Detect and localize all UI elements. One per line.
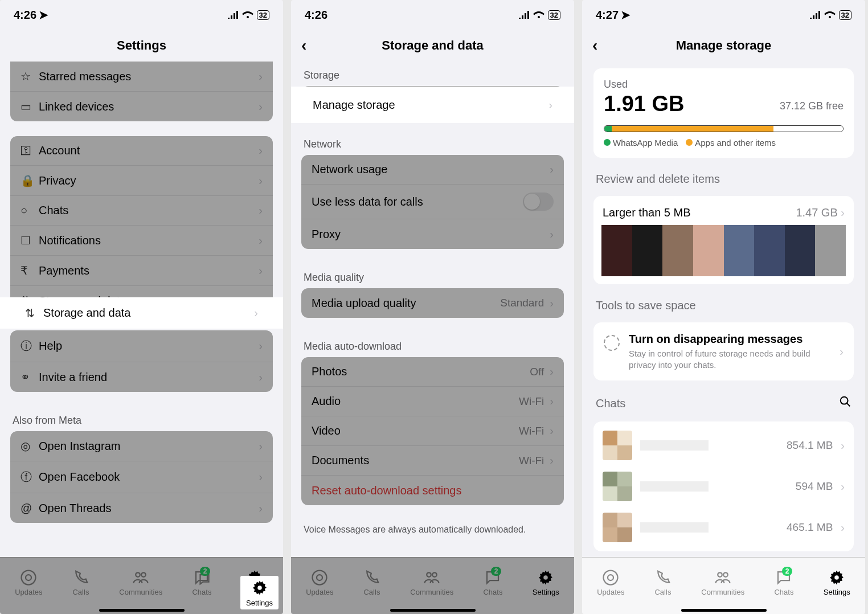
disappearing-messages-card[interactable]: Turn on disappearing messages Stay in co… [593, 322, 854, 380]
row-open-threads[interactable]: @Open Threads› [10, 493, 273, 523]
row-media-upload-quality[interactable]: Media upload qualityStandard› [301, 288, 564, 318]
chat-row[interactable]: 465.1 MB › [601, 507, 846, 548]
home-indicator [99, 609, 185, 612]
free-label: 37.12 GB free [780, 100, 844, 112]
row-proxy[interactable]: Proxy› [301, 219, 564, 249]
chevron-icon: › [259, 100, 263, 113]
chevron-icon: › [550, 365, 554, 378]
row-starred[interactable]: ☆Starred messages› [10, 62, 273, 92]
row-notifications[interactable]: ☐Notifications› [10, 226, 273, 256]
tab-settings[interactable]: Settings [824, 569, 850, 596]
row-network-usage[interactable]: Network usage› [301, 155, 564, 185]
row-linked-devices[interactable]: ▭Linked devices› [10, 92, 273, 121]
chevron-icon: › [550, 424, 554, 437]
chat-name-redacted [640, 440, 709, 451]
tab-calls[interactable]: Calls [363, 569, 380, 596]
section-also-from-meta: Also from Meta [0, 407, 283, 431]
row-account[interactable]: ⚿Account› [10, 136, 273, 166]
updates-icon [20, 569, 37, 586]
row-video[interactable]: VideoWi-Fi› [301, 416, 564, 446]
home-indicator [681, 609, 767, 612]
tab-chats[interactable]: 2Chats [774, 569, 793, 596]
chevron-icon: › [259, 264, 263, 277]
highlight-tab-settings[interactable]: Settings [240, 576, 279, 609]
storage-summary-card: Used 1.91 GB 37.12 GB free WhatsApp Medi… [593, 68, 854, 158]
row-invite[interactable]: ⚭Invite a friend› [10, 362, 273, 392]
tab-updates[interactable]: Updates [15, 569, 42, 596]
svg-point-13 [608, 575, 613, 580]
chevron-icon: › [550, 454, 554, 467]
tab-settings[interactable]: Settings [533, 569, 559, 596]
disappearing-subtitle: Stay in control of future storage needs … [629, 348, 830, 370]
updates-icon [311, 569, 328, 586]
tab-updates[interactable]: Updates [597, 569, 624, 596]
svg-point-6 [313, 570, 327, 584]
tab-communities[interactable]: Communities [701, 569, 744, 596]
chevron-icon: › [259, 144, 263, 157]
signal-icon [227, 11, 239, 19]
laptop-icon: ▭ [21, 100, 39, 113]
wifi-icon [533, 11, 544, 19]
svg-point-11 [841, 397, 848, 404]
legend: WhatsApp Media Apps and other items [604, 138, 844, 148]
tab-chats[interactable]: 2Chats [192, 569, 211, 596]
section-storage: Storage [291, 62, 574, 86]
back-button[interactable]: ‹ [301, 36, 306, 55]
instagram-icon: ◎ [21, 439, 39, 453]
chat-icon: ○ [21, 204, 39, 217]
phone-icon [363, 569, 380, 586]
chevron-icon: › [259, 440, 263, 453]
highlight-manage-storage[interactable]: Manage storage › [291, 87, 574, 123]
search-button[interactable] [839, 395, 851, 411]
row-payments[interactable]: ₹Payments› [10, 256, 273, 286]
chat-row[interactable]: 854.1 MB › [601, 425, 846, 466]
tab-communities[interactable]: Communities [119, 569, 162, 596]
svg-point-9 [432, 572, 437, 577]
row-help[interactable]: ⓘHelp› [10, 330, 273, 362]
page-title: ‹ Manage storage [582, 30, 865, 62]
chevron-icon: › [841, 206, 845, 219]
location-icon: ➤ [621, 8, 630, 22]
chevron-icon: › [259, 339, 263, 353]
tab-chats[interactable]: 2Chats [483, 569, 502, 596]
facebook-icon: ⓕ [21, 469, 39, 485]
battery-icon: 32 [257, 10, 269, 20]
chevron-icon: › [254, 306, 258, 320]
bar-free [773, 126, 843, 132]
row-audio[interactable]: AudioWi-Fi› [301, 387, 564, 416]
tab-updates[interactable]: Updates [306, 569, 333, 596]
svg-point-5 [257, 586, 262, 590]
page-title: ‹ Storage and data [291, 30, 574, 62]
row-use-less-data[interactable]: Use less data for calls [301, 185, 564, 219]
gear-icon [828, 569, 845, 586]
chevron-icon: › [548, 99, 552, 112]
row-privacy[interactable]: 🔒Privacy› [10, 166, 273, 196]
row-reset-auto-download[interactable]: Reset auto-download settings [301, 476, 564, 505]
chat-name-redacted [640, 522, 709, 533]
wifi-icon [242, 11, 253, 19]
status-bar: 4:26➤ 32 [0, 0, 283, 30]
tab-calls[interactable]: Calls [654, 569, 672, 596]
row-open-instagram[interactable]: ◎Open Instagram› [10, 431, 273, 461]
avatar [603, 431, 632, 460]
row-open-facebook[interactable]: ⓕOpen Facebook› [10, 461, 273, 493]
communities-icon [714, 569, 731, 586]
row-chats[interactable]: ○Chats› [10, 196, 273, 226]
screen-storage-and-data: 4:26 32 ‹ Storage and data Storage Manag… [291, 0, 574, 614]
tab-communities[interactable]: Communities [410, 569, 453, 596]
bar-apps [612, 126, 774, 132]
row-documents[interactable]: DocumentsWi-Fi› [301, 446, 564, 476]
home-indicator [390, 609, 476, 612]
people-icon: ⚭ [21, 370, 39, 384]
toggle-less-data[interactable] [523, 193, 554, 211]
back-button[interactable]: ‹ [592, 36, 597, 55]
chat-row[interactable]: 594 MB › [601, 466, 846, 507]
section-tools: Tools to save space [582, 291, 865, 316]
tab-calls[interactable]: Calls [72, 569, 89, 596]
highlight-storage-and-data[interactable]: ⇅ Storage and data › [0, 297, 283, 329]
info-icon: ⓘ [21, 338, 39, 354]
dot-apps [686, 139, 693, 146]
updates-icon [602, 569, 619, 586]
row-photos[interactable]: PhotosOff› [301, 357, 564, 387]
larger-than-5mb-card[interactable]: Larger than 5 MB 1.47 GB › [593, 196, 854, 284]
